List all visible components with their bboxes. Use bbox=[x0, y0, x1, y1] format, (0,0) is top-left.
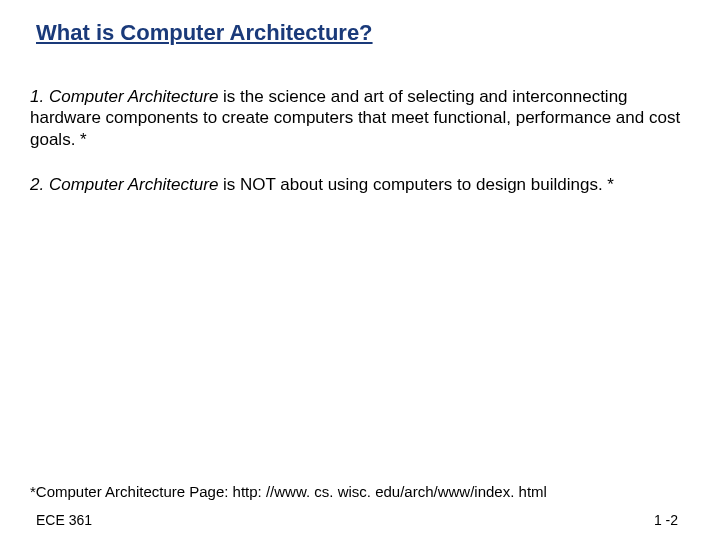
footer-page-number: 1 -2 bbox=[654, 512, 678, 528]
slide: What is Computer Architecture? 1. Comput… bbox=[0, 0, 720, 540]
point-2: 2. Computer Architecture is NOT about us… bbox=[30, 174, 690, 195]
slide-title: What is Computer Architecture? bbox=[36, 20, 690, 46]
footnote: *Computer Architecture Page: http: //www… bbox=[30, 483, 690, 500]
point-2-rest: is NOT about using computers to design b… bbox=[218, 175, 614, 194]
point-1-term: 1. Computer Architecture bbox=[30, 87, 218, 106]
footer-course: ECE 361 bbox=[36, 512, 92, 528]
point-1: 1. Computer Architecture is the science … bbox=[30, 86, 690, 150]
point-2-term: 2. Computer Architecture bbox=[30, 175, 218, 194]
